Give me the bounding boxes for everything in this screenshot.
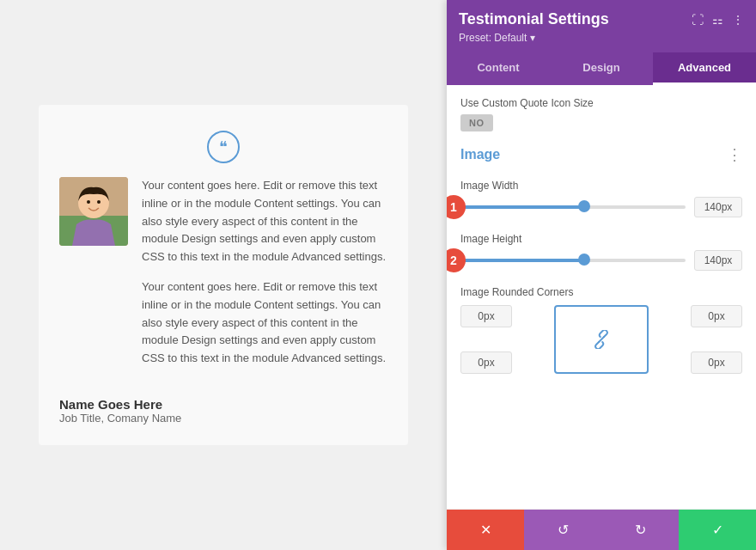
image-height-value[interactable]: 140px	[694, 250, 742, 271]
custom-quote-label: Use Custom Quote Icon Size	[460, 97, 742, 109]
toggle-wrapper: NO	[460, 114, 742, 131]
testimonial-content: Your content goes here. Edit or remove t…	[59, 177, 387, 380]
panel-header-top: Testimonial Settings ⛶ ⚏ ⋮	[459, 10, 744, 28]
svg-point-3	[87, 200, 90, 204]
slider-thumb-height[interactable]	[578, 254, 590, 266]
slider-track	[460, 205, 686, 209]
image-section-header: Image ⋮	[460, 145, 742, 168]
save-button[interactable]: ✓	[679, 510, 756, 550]
svg-point-4	[97, 200, 101, 204]
avatar	[59, 177, 128, 246]
corner-top-right[interactable]	[691, 305, 742, 327]
tab-design[interactable]: Design	[550, 52, 653, 85]
corner-top-left[interactable]	[460, 305, 512, 327]
corner-bottom-right[interactable]	[691, 351, 742, 374]
header-icons: ⛶ ⚏ ⋮	[692, 13, 744, 27]
slider-fill	[460, 205, 584, 209]
image-section-title: Image	[460, 147, 500, 162]
image-section-more-icon[interactable]: ⋮	[727, 145, 742, 164]
panel-title: Testimonial Settings	[459, 10, 609, 28]
image-height-control: 2 140px	[460, 250, 742, 271]
fullscreen-icon[interactable]: ⛶	[692, 13, 704, 27]
quote-circle-icon: ❝	[207, 131, 240, 163]
columns-icon[interactable]: ⚏	[712, 13, 723, 27]
image-height-row: Image Height 2 140px	[460, 233, 742, 271]
undo-button[interactable]: ↺	[524, 510, 601, 550]
corners-setting: Image Rounded Corners	[460, 286, 742, 374]
image-width-slider[interactable]	[460, 205, 686, 210]
right-panel: Testimonial Settings ⛶ ⚏ ⋮ Preset: Defau…	[447, 0, 756, 550]
testimonial-body-2: Your content goes here. Edit or remove t…	[142, 278, 387, 368]
svg-line-5	[599, 337, 604, 342]
redo-button[interactable]: ↻	[601, 510, 679, 550]
more-icon[interactable]: ⋮	[732, 13, 744, 27]
testimonial-body-1: Your content goes here. Edit or remove t…	[142, 177, 387, 266]
image-width-value[interactable]: 140px	[694, 197, 742, 217]
left-panel: ❝	[0, 0, 447, 550]
image-height-label: Image Height	[460, 233, 742, 245]
cancel-button[interactable]: ✕	[447, 510, 524, 550]
link-icon	[592, 330, 611, 349]
corners-label: Image Rounded Corners	[460, 286, 742, 298]
testimonial-card: ❝	[39, 105, 408, 445]
step-badge-1: 1	[447, 195, 466, 219]
image-width-label: Image Width	[460, 180, 742, 192]
quote-icon-wrapper: ❝	[59, 131, 387, 163]
tab-content[interactable]: Content	[447, 52, 550, 85]
slider-track-height	[460, 259, 686, 262]
panel-footer: ✕ ↺ ↻ ✓	[447, 509, 756, 550]
corner-bottom-left[interactable]	[460, 351, 512, 374]
image-height-slider[interactable]	[460, 258, 686, 263]
preset-label[interactable]: Preset: Default ▾	[459, 32, 744, 52]
toggle-no-button[interactable]: NO	[460, 114, 493, 131]
slider-thumb[interactable]	[578, 200, 590, 212]
panel-tabs: Content Design Advanced	[447, 52, 756, 85]
tab-advanced[interactable]: Advanced	[653, 52, 756, 85]
panel-body: Use Custom Quote Icon Size NO Image ⋮ Im…	[447, 85, 756, 509]
testimonial-text-block: Your content goes here. Edit or remove t…	[142, 177, 387, 380]
panel-header: Testimonial Settings ⛶ ⚏ ⋮ Preset: Defau…	[447, 0, 756, 52]
slider-fill-height	[460, 259, 584, 262]
step-badge-2: 2	[447, 248, 466, 272]
corner-center-box	[554, 305, 649, 374]
image-width-row: Image Width 1 140px	[460, 180, 742, 217]
testimonial-author: Name Goes Here Job Title, Comany Name	[59, 397, 387, 425]
corners-grid	[460, 305, 742, 374]
image-width-control: 1 140px	[460, 197, 742, 217]
author-name: Name Goes Here	[59, 397, 387, 412]
author-title: Job Title, Comany Name	[59, 412, 387, 425]
custom-quote-setting: Use Custom Quote Icon Size NO	[460, 97, 742, 131]
